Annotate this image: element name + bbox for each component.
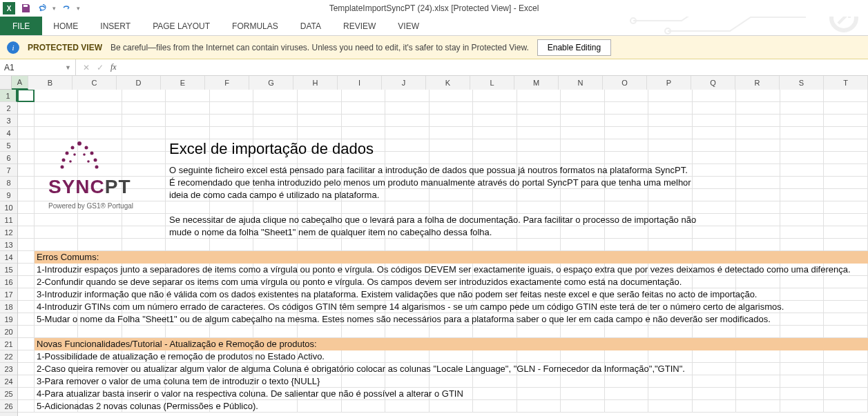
name-box[interactable]: A1 ▼ — [0, 59, 76, 75]
svg-point-3 — [77, 141, 81, 146]
tab-review[interactable]: REVIEW — [332, 17, 387, 35]
col-header-O[interactable]: O — [603, 76, 647, 90]
save-icon[interactable] — [19, 2, 32, 14]
col-header-G[interactable]: G — [249, 76, 293, 90]
name-box-value: A1 — [4, 63, 15, 72]
enter-icon[interactable]: ✓ — [97, 63, 104, 72]
col-header-R[interactable]: R — [735, 76, 780, 90]
undo-icon[interactable] — [36, 2, 48, 14]
redo-icon[interactable] — [60, 2, 73, 14]
col-header-C[interactable]: C — [73, 76, 117, 90]
row-header-21[interactable]: 21 — [0, 338, 17, 350]
col-header-P[interactable]: P — [647, 76, 691, 90]
svg-point-10 — [94, 159, 97, 162]
svg-point-15 — [87, 160, 90, 163]
row-header-9[interactable]: 9 — [0, 189, 17, 201]
syncpt-logo: SYNCPTPowered by GS1® Portugal — [48, 139, 133, 210]
row-header-12[interactable]: 12 — [0, 226, 17, 239]
row-header-17[interactable]: 17 — [0, 288, 17, 301]
chevron-down-icon[interactable]: ▼ — [65, 64, 71, 71]
fx-icon[interactable]: fx — [110, 62, 117, 72]
row-header-6[interactable]: 6 — [0, 152, 17, 164]
col-header-M[interactable]: M — [514, 76, 559, 90]
sheet-heading: Excel de importação de dados — [169, 140, 374, 158]
section1-item: 2-Confundir quando se deve separar os it… — [37, 277, 682, 287]
row-header-13[interactable]: 13 — [0, 239, 17, 251]
row-header-24[interactable]: 24 — [0, 375, 17, 388]
row-header-4[interactable]: 4 — [0, 127, 17, 139]
undo-dropdown-icon[interactable]: ▾ — [52, 5, 56, 12]
row-header-23[interactable]: 23 — [0, 363, 17, 375]
intro-line: É recomendado que tenha introduzido pelo… — [169, 177, 691, 188]
select-all-corner[interactable] — [0, 76, 12, 90]
col-header-N[interactable]: N — [559, 76, 603, 90]
tab-formulas[interactable]: FORMULAS — [221, 17, 289, 35]
svg-point-4 — [71, 146, 75, 150]
formula-input[interactable] — [124, 59, 868, 75]
section2-item: 2-Caso queira remover ou atualizar algum… — [37, 364, 685, 374]
quick-access-toolbar: X ▾ ▾ — [3, 0, 80, 17]
row-header-11[interactable]: 11 — [0, 214, 17, 226]
col-header-K[interactable]: K — [426, 76, 470, 90]
col-header-H[interactable]: H — [293, 76, 338, 90]
row-header-3[interactable]: 3 — [0, 115, 17, 127]
row-header-5[interactable]: 5 — [0, 139, 17, 152]
row-headers: 1234567891011121314151617181920212223242… — [0, 90, 18, 416]
section1-title: Erros Comums: — [37, 252, 99, 262]
row-header-20[interactable]: 20 — [0, 326, 17, 338]
row-header-16[interactable]: 16 — [0, 276, 17, 288]
col-header-E[interactable]: E — [161, 76, 205, 90]
row-header-14[interactable]: 14 — [0, 251, 17, 264]
col-header-B[interactable]: B — [28, 76, 73, 90]
row-header-25[interactable]: 25 — [0, 388, 17, 400]
col-header-A[interactable]: A — [12, 76, 28, 90]
section1-item: 1-Introduzir espaços junto a separadores… — [37, 264, 851, 275]
tab-data[interactable]: DATA — [289, 17, 332, 35]
row-header-19[interactable]: 19 — [0, 313, 17, 326]
col-header-I[interactable]: I — [338, 76, 382, 90]
section1-item: 3-Introduzir informação que não é válida… — [37, 289, 758, 299]
cancel-icon[interactable]: ✕ — [83, 63, 90, 72]
row-header-22[interactable]: 22 — [0, 350, 17, 363]
col-header-L[interactable]: L — [470, 76, 514, 90]
section1-item: 4-Introduzir GTINs com um número errado … — [37, 301, 784, 312]
tab-page-layout[interactable]: PAGE LAYOUT — [142, 17, 221, 35]
row-header-1[interactable]: 1 — [0, 90, 17, 102]
ribbon-tabs: FILE HOME INSERT PAGE LAYOUT FORMULAS DA… — [0, 17, 868, 36]
formula-buttons: ✕ ✓ fx — [76, 59, 124, 75]
tab-insert[interactable]: INSERT — [89, 17, 142, 35]
excel-icon: X — [3, 2, 15, 14]
row-header-8[interactable]: 8 — [0, 177, 17, 189]
row-header-26[interactable]: 26 — [0, 400, 17, 413]
col-header-F[interactable]: F — [205, 76, 249, 90]
col-header-D[interactable]: D — [117, 76, 161, 90]
qat-customize-icon[interactable]: ▾ — [77, 5, 80, 12]
svg-point-12 — [73, 153, 76, 156]
tab-view[interactable]: VIEW — [387, 17, 430, 35]
row-header-2[interactable]: 2 — [0, 102, 17, 115]
protected-view-label: PROTECTED VIEW — [28, 43, 102, 52]
protected-view-message: Be careful—files from the Internet can c… — [110, 43, 529, 52]
svg-point-7 — [61, 166, 64, 169]
enable-editing-button[interactable]: Enable Editing — [537, 39, 611, 56]
section2-item: 5-Adicionadas 2 novas colunas (Permissõe… — [37, 401, 258, 411]
tab-file[interactable]: FILE — [0, 17, 42, 35]
section2-item: 4-Para atualizar basta inserir o valor n… — [37, 388, 463, 399]
logo-dots-icon — [48, 139, 110, 174]
col-header-T[interactable]: T — [824, 76, 868, 90]
cell-grid[interactable]: SYNCPTPowered by GS1® PortugalExcel de i… — [18, 90, 868, 416]
svg-point-13 — [83, 153, 86, 156]
row-header-15[interactable]: 15 — [0, 264, 17, 276]
row-header-10[interactable]: 10 — [0, 201, 17, 214]
row-header-7[interactable]: 7 — [0, 164, 17, 177]
section2-item: 1-Possibilidade de atualização e remoção… — [37, 351, 325, 361]
row-header-18[interactable]: 18 — [0, 301, 17, 313]
formula-bar-row: A1 ▼ ✕ ✓ fx — [0, 59, 868, 76]
window-title: TemplateImportSyncPT (24).xlsx [Protecte… — [329, 3, 539, 13]
col-header-S[interactable]: S — [780, 76, 824, 90]
highlight-band — [35, 251, 868, 264]
logo-powered: Powered by GS1® Portugal — [48, 202, 133, 210]
tab-home[interactable]: HOME — [42, 17, 89, 35]
col-header-Q[interactable]: Q — [691, 76, 735, 90]
col-header-J[interactable]: J — [382, 76, 426, 90]
